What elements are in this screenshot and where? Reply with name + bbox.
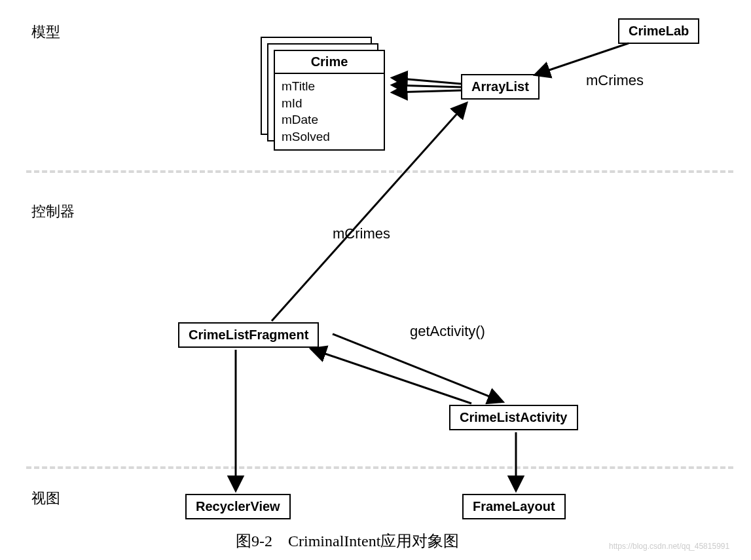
arrows-overlay: [0, 0, 751, 560]
svg-line-4: [272, 103, 466, 321]
svg-line-1: [393, 78, 461, 84]
svg-line-5: [333, 334, 502, 401]
diagram-canvas: 模型 控制器 视图 CrimeLab ArrayList Crime mTitl…: [0, 0, 751, 560]
svg-line-2: [393, 85, 461, 87]
svg-line-3: [393, 90, 461, 92]
svg-line-0: [536, 43, 629, 75]
